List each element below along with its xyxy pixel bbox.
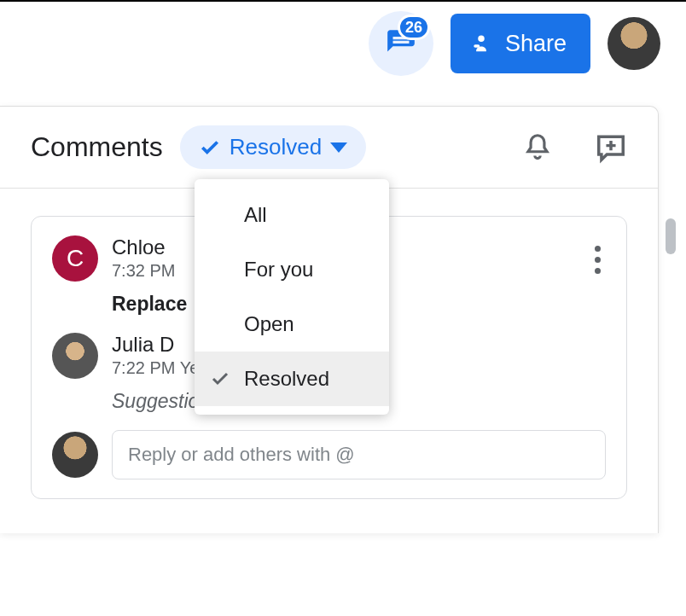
commenter-avatar: C <box>52 235 98 282</box>
scrollbar-thumb[interactable] <box>666 218 676 254</box>
svg-point-0 <box>478 35 484 41</box>
filter-option-label: Resolved <box>244 367 329 391</box>
comments-title: Comments <box>31 131 163 163</box>
share-button[interactable]: Share <box>451 14 590 73</box>
comment-filter-label: Resolved <box>230 134 322 160</box>
share-button-label: Share <box>505 31 567 57</box>
filter-option-label: Open <box>244 312 294 336</box>
caret-down-icon <box>330 142 347 153</box>
reply-row <box>52 430 606 479</box>
filter-dropdown: All For you Open Resolved <box>195 179 389 415</box>
comment-count-badge: 26 <box>398 15 430 40</box>
comment-filter-button[interactable]: Resolved <box>180 125 366 169</box>
check-icon <box>210 369 230 389</box>
new-comment-icon[interactable] <box>595 131 627 164</box>
comments-panel-header: Comments Resolved <box>0 107 658 189</box>
account-avatar[interactable] <box>608 17 660 70</box>
filter-option-label: For you <box>244 258 313 282</box>
filter-option-label: All <box>244 203 267 227</box>
filter-option-for-you[interactable]: For you <box>195 242 389 297</box>
comment-history-button[interactable]: 26 <box>369 11 433 76</box>
filter-option-resolved[interactable]: Resolved <box>195 352 389 406</box>
notifications-icon[interactable] <box>521 131 554 164</box>
comment-more-button[interactable] <box>590 241 606 279</box>
editor-toolbar: 26 Share <box>0 0 686 85</box>
person-share-icon <box>469 32 493 55</box>
filter-option-all[interactable]: All <box>195 188 389 242</box>
commenter-avatar <box>52 333 98 379</box>
check-icon <box>199 137 221 159</box>
filter-option-open[interactable]: Open <box>195 297 389 352</box>
current-user-avatar <box>52 432 98 478</box>
reply-input[interactable] <box>112 430 606 479</box>
